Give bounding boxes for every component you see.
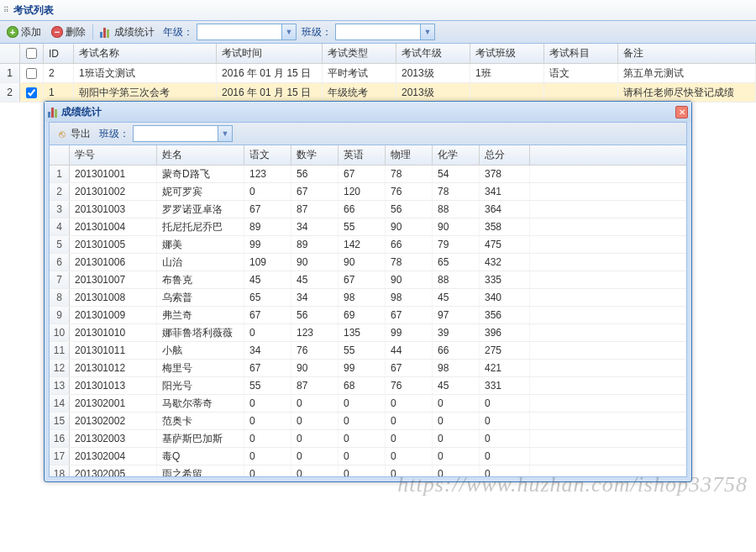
table-row[interactable]: 13201301013阳光号5587687645331 xyxy=(50,377,686,395)
row-index: 16 xyxy=(50,430,70,447)
table-row[interactable]: 21朝阳中学第三次会考2016 年 01 月 15 日年级统考2013级请科任老… xyxy=(0,83,756,103)
cell-total: 335 xyxy=(480,271,530,288)
table-row[interactable]: 121班语文测试2016 年 01 月 15 日平时考试2013级1班语文第五单… xyxy=(0,64,756,83)
dialog-class-input[interactable] xyxy=(134,126,218,141)
table-row[interactable]: 16201302003基萨斯巴加斯000000 xyxy=(50,430,686,448)
stats-button[interactable]: 成绩统计 xyxy=(97,24,158,41)
table-row[interactable]: 2201301002妮可罗宾0671207678341 xyxy=(50,183,686,201)
col-exam-grade[interactable]: 考试年级 xyxy=(396,44,470,63)
cell-sno: 201302005 xyxy=(70,465,157,476)
chart-icon xyxy=(48,106,60,118)
table-row[interactable]: 1201301001蒙奇D路飞12356677854378 xyxy=(50,166,686,183)
col-chemistry[interactable]: 化学 xyxy=(433,145,480,165)
export-icon: ⎋ xyxy=(56,128,68,139)
table-row[interactable]: 9201301009弗兰奇6756696797356 xyxy=(50,307,686,324)
chevron-down-icon[interactable]: ▼ xyxy=(281,24,296,39)
row-index: 2 xyxy=(0,83,20,102)
col-rownum xyxy=(50,145,70,165)
table-row[interactable]: 17201302004毒Q000000 xyxy=(50,448,686,465)
export-label: 导出 xyxy=(71,127,91,141)
cell-id: 2 xyxy=(44,64,74,82)
cell-chinese: 0 xyxy=(244,413,291,429)
class-input[interactable] xyxy=(336,24,420,39)
cell-name: 蒙奇D路飞 xyxy=(157,166,244,182)
grid-body: 121班语文测试2016 年 01 月 15 日平时考试2013级1班语文第五单… xyxy=(0,64,756,103)
chevron-down-icon[interactable]: ▼ xyxy=(420,24,434,39)
cell-sno: 201301004 xyxy=(70,218,157,235)
row-index: 6 xyxy=(50,254,70,271)
cell-chinese: 0 xyxy=(244,324,291,341)
cell-english: 55 xyxy=(339,218,386,235)
cell-math: 0 xyxy=(291,448,339,465)
cell-type: 年级统考 xyxy=(323,83,396,102)
cell-chinese: 0 xyxy=(244,395,291,412)
cell-total: 275 xyxy=(480,342,530,359)
col-note[interactable]: 备注 xyxy=(618,44,756,63)
check-all[interactable] xyxy=(26,48,37,59)
table-row[interactable]: 11201301011小舷3476554466275 xyxy=(50,342,686,360)
cell-chemistry: 39 xyxy=(433,324,480,341)
cell-name: 梅里号 xyxy=(157,360,244,376)
grade-select[interactable]: ▼ xyxy=(197,24,297,40)
cell-name: 托尼托尼乔巴 xyxy=(157,218,244,235)
close-button[interactable]: ✕ xyxy=(675,106,688,118)
col-sno[interactable]: 学号 xyxy=(70,145,157,165)
col-chinese[interactable]: 语文 xyxy=(244,145,291,165)
cell-math: 56 xyxy=(291,307,339,323)
col-english[interactable]: 英语 xyxy=(339,145,386,165)
export-button[interactable]: ⎋ 导出 xyxy=(53,125,94,143)
class-select[interactable]: ▼ xyxy=(335,24,435,40)
col-id[interactable]: ID xyxy=(44,44,74,63)
col-physics[interactable]: 物理 xyxy=(386,145,433,165)
col-exam-type[interactable]: 考试类型 xyxy=(323,44,396,63)
table-row[interactable]: 18201302005雨之希留000000 xyxy=(50,465,686,476)
grade-input[interactable] xyxy=(197,24,281,39)
cell-sno: 201301002 xyxy=(70,183,157,200)
row-index: 3 xyxy=(50,201,70,218)
cell-math: 34 xyxy=(291,218,339,235)
cell-total: 0 xyxy=(480,430,530,447)
table-row[interactable]: 4201301004托尼托尼乔巴8934559090358 xyxy=(50,218,686,236)
delete-button[interactable]: − 删除 xyxy=(48,24,89,41)
table-row[interactable]: 5201301005娜美99891426679475 xyxy=(50,236,686,254)
row-checkbox[interactable] xyxy=(26,68,37,79)
col-math[interactable]: 数学 xyxy=(291,145,339,165)
cell-total: 396 xyxy=(480,324,530,341)
table-row[interactable]: 12201301012梅里号6790996798421 xyxy=(50,360,686,377)
cell-name: 基萨斯巴加斯 xyxy=(157,430,244,447)
cell-subject: 语文 xyxy=(544,64,618,82)
add-button[interactable]: + 添加 xyxy=(3,24,45,41)
col-exam-name[interactable]: 考试名称 xyxy=(74,44,217,63)
cell-chinese: 67 xyxy=(244,307,291,323)
cell-math: 0 xyxy=(291,465,339,476)
table-row[interactable]: 3201301003罗罗诺亚卓洛6787665688364 xyxy=(50,201,686,218)
col-exam-time[interactable]: 考试时间 xyxy=(217,44,323,63)
col-total[interactable]: 总分 xyxy=(480,145,530,165)
dialog-class-select[interactable]: ▼ xyxy=(133,125,233,142)
table-row[interactable]: 6201301006山治10990907865432 xyxy=(50,254,686,271)
col-exam-class[interactable]: 考试班级 xyxy=(470,44,544,63)
cell-chemistry: 0 xyxy=(433,448,480,465)
row-index: 15 xyxy=(50,413,70,429)
table-row[interactable]: 7201301007布鲁克4545679088335 xyxy=(50,271,686,289)
col-checkbox[interactable] xyxy=(20,44,44,63)
table-row[interactable]: 14201302001马歇尔蒂奇000000 xyxy=(50,395,686,413)
table-row[interactable]: 10201301010娜菲鲁塔利薇薇01231359939396 xyxy=(50,324,686,342)
cell-total: 364 xyxy=(480,201,530,218)
dialog-header[interactable]: 成绩统计 ✕ xyxy=(45,102,691,122)
cell-math: 87 xyxy=(291,201,339,218)
table-row[interactable]: 8201301008乌索普6534989845340 xyxy=(50,289,686,307)
chevron-down-icon[interactable]: ▼ xyxy=(218,126,232,141)
table-row[interactable]: 15201302002范奥卡000000 xyxy=(50,413,686,430)
toolbar-separator xyxy=(92,24,93,39)
row-check[interactable] xyxy=(20,83,44,102)
cell-english: 67 xyxy=(339,166,386,182)
cell-sno: 201302003 xyxy=(70,430,157,447)
col-student-name[interactable]: 姓名 xyxy=(157,145,244,165)
col-exam-subject[interactable]: 考试科目 xyxy=(544,44,618,63)
row-check[interactable] xyxy=(20,64,44,82)
cell-english: 98 xyxy=(339,289,386,306)
add-icon: + xyxy=(7,26,18,38)
cell-physics: 0 xyxy=(386,395,433,412)
row-checkbox[interactable] xyxy=(26,87,37,98)
